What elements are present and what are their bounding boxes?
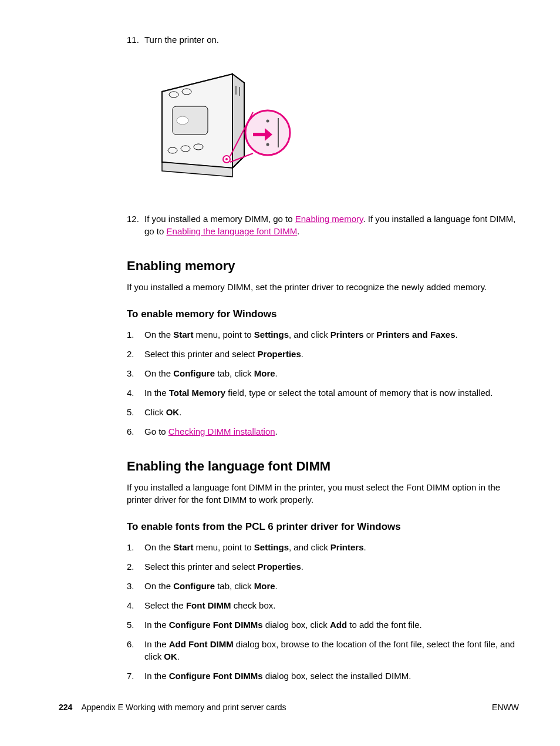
- text-fragment: In the: [144, 671, 169, 681]
- text-fragment: Select this printer and select: [144, 562, 258, 572]
- list-text: If you installed a memory DIMM, go to En…: [144, 214, 516, 236]
- list-text: Turn the printer on.: [144, 35, 219, 45]
- steps-enable-fonts: 1. On the Start menu, point to Settings,…: [127, 541, 519, 682]
- list-number: 2.: [127, 560, 134, 573]
- text-fragment: .: [301, 349, 303, 359]
- bold-term: Printers: [330, 542, 364, 552]
- bold-term: Start: [173, 542, 193, 552]
- text-fragment: .: [275, 368, 278, 378]
- heading-enabling-memory: Enabling memory: [127, 258, 519, 274]
- link-enabling-memory[interactable]: Enabling memory: [295, 214, 363, 224]
- link-checking-dimm[interactable]: Checking DIMM installation: [168, 426, 275, 436]
- text-fragment: If you installed a memory DIMM, go to: [144, 214, 295, 224]
- list-number: 7.: [127, 670, 134, 682]
- bold-term: Total Memory: [169, 388, 225, 398]
- text-fragment: menu, point to: [193, 542, 254, 552]
- bold-term: Add Font DIMM: [169, 639, 234, 649]
- bold-term: Configure: [173, 581, 215, 591]
- bold-term: Properties: [258, 349, 301, 359]
- text-fragment: Click: [144, 407, 166, 417]
- footer-chapter: Appendix E Working with memory and print…: [81, 703, 286, 712]
- text-fragment: check box.: [231, 600, 276, 610]
- list-number: 3.: [127, 367, 134, 379]
- text-fragment: .: [275, 426, 278, 436]
- continued-list-2: 12. If you installed a memory DIMM, go t…: [127, 213, 519, 237]
- text-fragment: tab, click: [215, 581, 254, 591]
- text-fragment: On the: [144, 542, 173, 552]
- list-number: 2.: [127, 348, 134, 360]
- bold-term: Printers: [330, 330, 364, 340]
- list-item: 11. Turn the printer on.: [127, 34, 519, 46]
- text-fragment: .: [275, 581, 278, 591]
- svg-point-10: [225, 158, 228, 160]
- bold-term: Properties: [258, 562, 301, 572]
- text-fragment: .: [177, 651, 180, 661]
- document-page: 11. Turn the printer on.: [0, 0, 560, 746]
- intro-text: If you installed a language font DIMM in…: [127, 481, 519, 506]
- continued-list: 11. Turn the printer on.: [127, 34, 519, 46]
- list-number: 3.: [127, 580, 134, 592]
- text-fragment: .: [301, 562, 303, 572]
- bold-term: Settings: [254, 542, 289, 552]
- text-fragment: On the: [144, 330, 173, 340]
- svg-point-15: [266, 120, 269, 123]
- text-fragment: .: [179, 407, 181, 417]
- link-enabling-font-dimm[interactable]: Enabling the language font DIMM: [167, 226, 298, 236]
- footer-right: ENWW: [492, 703, 519, 712]
- text-fragment: to add the font file.: [347, 620, 422, 630]
- bold-term: More: [254, 581, 275, 591]
- printer-illustration-icon: [144, 62, 291, 194]
- text-fragment: Select this printer and select: [144, 349, 258, 359]
- content-column: 11. Turn the printer on.: [127, 34, 519, 682]
- svg-point-3: [177, 116, 188, 125]
- text-fragment: Select the: [144, 600, 186, 610]
- text-fragment: dialog box, click: [263, 620, 330, 630]
- bold-term: OK: [166, 407, 180, 417]
- list-item: 2. Select this printer and select Proper…: [127, 348, 519, 360]
- text-fragment: .: [364, 542, 366, 552]
- list-number: 4.: [127, 599, 134, 611]
- text-fragment: Go to: [144, 426, 168, 436]
- page-footer: 224 Appendix E Working with memory and p…: [59, 703, 519, 712]
- text-fragment: .: [297, 226, 299, 236]
- subheading-enable-fonts-pcl6: To enable fonts from the PCL 6 printer d…: [127, 521, 519, 533]
- printer-figure: [144, 62, 519, 197]
- bold-term: Printers and Faxes: [376, 330, 455, 340]
- text-fragment: On the: [144, 581, 173, 591]
- list-number: 6.: [127, 638, 134, 650]
- text-fragment: On the: [144, 368, 173, 378]
- text-fragment: dialog box, select the installed DIMM.: [263, 671, 411, 681]
- list-item: 6. Go to Checking DIMM installation.: [127, 425, 519, 438]
- list-number: 12.: [127, 213, 139, 225]
- subheading-enable-memory-windows: To enable memory for Windows: [127, 308, 519, 320]
- steps-enable-memory: 1. On the Start menu, point to Settings,…: [127, 328, 519, 438]
- text-fragment: In the: [144, 620, 169, 630]
- text-fragment: tab, click: [215, 368, 254, 378]
- list-number: 5.: [127, 619, 134, 631]
- list-item: 12. If you installed a memory DIMM, go t…: [127, 213, 519, 237]
- bold-term: Settings: [254, 330, 289, 340]
- list-item: 3. On the Configure tab, click More.: [127, 580, 519, 592]
- text-fragment: field, type or select the total amount o…: [225, 388, 492, 398]
- text-fragment: , and click: [289, 542, 330, 552]
- text-fragment: In the: [144, 388, 169, 398]
- svg-point-16: [266, 143, 269, 146]
- text-fragment: or: [364, 330, 377, 340]
- text-fragment: , and click: [289, 330, 330, 340]
- list-item: 5. In the Configure Font DIMMs dialog bo…: [127, 619, 519, 631]
- list-item: 7. In the Configure Font DIMMs dialog bo…: [127, 670, 519, 682]
- list-item: 5. Click OK.: [127, 406, 519, 418]
- bold-term: Add: [330, 620, 347, 630]
- bold-term: Font DIMM: [186, 600, 231, 610]
- heading-enabling-font-dimm: Enabling the language font DIMM: [127, 459, 519, 474]
- list-number: 11.: [127, 34, 139, 46]
- bold-term: Configure Font DIMMs: [169, 671, 263, 681]
- list-item: 3. On the Configure tab, click More.: [127, 367, 519, 379]
- bold-term: Configure Font DIMMs: [169, 620, 263, 630]
- text-fragment: .: [455, 330, 457, 340]
- list-item: 6. In the Add Font DIMM dialog box, brow…: [127, 638, 519, 663]
- list-item: 1. On the Start menu, point to Settings,…: [127, 328, 519, 341]
- bold-term: Start: [173, 330, 193, 340]
- list-item: 4. Select the Font DIMM check box.: [127, 599, 519, 611]
- list-number: 5.: [127, 406, 134, 418]
